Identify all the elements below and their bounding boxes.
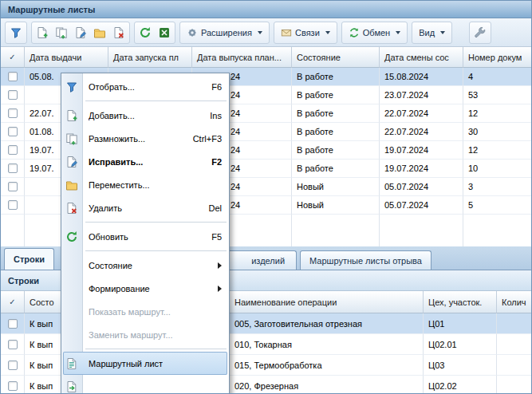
- extensions-menu-label: Расширения: [201, 28, 252, 37]
- delete-document-icon: [112, 26, 125, 39]
- select-all-header[interactable]: ✓: [1, 47, 25, 68]
- excel-export-icon: [158, 26, 171, 39]
- filter-icon: [10, 26, 22, 39]
- menu-item-marshrutnyy-list[interactable]: Маршрутный лист: [63, 352, 227, 375]
- row-checkbox[interactable]: [8, 340, 18, 349]
- menu-item-pokazat-marshrut: Показать маршрут...: [61, 300, 229, 323]
- view-menu-button[interactable]: Вид: [413, 23, 451, 42]
- exchange-group: Обмен: [341, 22, 408, 44]
- row-checkbox[interactable]: [8, 200, 18, 210]
- window-titlebar[interactable]: Маршрутные листы: [1, 1, 531, 18]
- caret-down-icon: [258, 31, 262, 34]
- settings-group: [469, 22, 491, 44]
- col-header-issue-date[interactable]: Дата выдачи: [25, 47, 108, 68]
- caret-down-icon: [325, 31, 330, 34]
- menu-item-ispravit[interactable]: Исправить... F2: [61, 150, 229, 173]
- col-header-doc-number[interactable]: Номер докум: [463, 47, 532, 68]
- document-icon: [65, 380, 79, 394]
- refresh-group: [134, 22, 175, 44]
- main-toolbar: Расширения Связи Обмен Вид: [1, 18, 531, 47]
- col-header-quantity[interactable]: Колич: [497, 291, 532, 313]
- submenu-arrow-icon: [218, 286, 222, 292]
- filter-button[interactable]: [6, 23, 26, 42]
- exchange-menu-label: Обмен: [363, 28, 390, 37]
- row-checkbox[interactable]: [8, 127, 18, 136]
- row-checkbox[interactable]: [8, 90, 18, 100]
- row-checkbox[interactable]: [8, 164, 18, 173]
- move-folder-icon: [65, 178, 79, 192]
- menu-separator: [85, 100, 227, 101]
- tab-stroki[interactable]: Строки: [4, 248, 54, 270]
- view-menu-label: Вид: [419, 28, 435, 37]
- exchange-menu-button[interactable]: Обмен: [343, 23, 406, 42]
- submenu-arrow-icon: [218, 262, 222, 269]
- caret-down-icon: [440, 31, 445, 34]
- col-header-launch-date[interactable]: Дата запуска пл: [108, 47, 192, 68]
- col-header-state-changed[interactable]: Дата смены сос: [380, 47, 463, 68]
- refresh-icon: [65, 230, 79, 244]
- row-checkbox[interactable]: [8, 145, 18, 155]
- edit-document-icon: [65, 155, 79, 169]
- delete-document-icon: [65, 201, 79, 215]
- menu-item-partial[interactable]: [61, 375, 229, 394]
- refresh-icon: [139, 26, 152, 39]
- menu-item-udalit[interactable]: Удалить Del: [61, 196, 229, 219]
- excel-export-button[interactable]: [155, 23, 174, 42]
- menu-item-obnovit[interactable]: Обновить F5: [61, 225, 229, 248]
- col-header-state[interactable]: Состояние: [292, 47, 380, 68]
- copy-document-icon: [55, 26, 68, 39]
- add-button[interactable]: [33, 23, 52, 42]
- select-all-header[interactable]: ✓: [1, 291, 25, 313]
- copy-button[interactable]: [52, 23, 71, 42]
- row-checkbox[interactable]: [8, 319, 18, 329]
- route-sheets-window: Маршрутные листы: [0, 0, 532, 394]
- row-checkbox[interactable]: [8, 361, 18, 370]
- extensions-group: Расширения: [179, 22, 270, 44]
- row-checkbox[interactable]: [8, 108, 18, 118]
- tab-label: изделий: [251, 256, 285, 266]
- tab-marshrutnye-listy-otryva[interactable]: Маршрутные листы отрыва: [300, 250, 432, 270]
- menu-separator: [85, 222, 227, 223]
- row-checkbox[interactable]: [8, 381, 18, 391]
- copy-document-icon: [65, 132, 79, 146]
- gear-icon: [187, 27, 198, 38]
- menu-item-formirovanie[interactable]: Формирование: [61, 277, 229, 300]
- links-menu-button[interactable]: Связи: [275, 23, 336, 42]
- context-menu: Отобрать... F6 Добавить... Ins Размножит…: [61, 73, 230, 394]
- window-title: Маршрутные листы: [8, 5, 95, 14]
- links-icon: [281, 27, 292, 38]
- menu-separator: [85, 250, 227, 251]
- row-checkbox[interactable]: [8, 182, 18, 191]
- section-title: Строки: [8, 276, 39, 286]
- col-header-plan-date[interactable]: Дата выпуска план...: [192, 47, 292, 68]
- edit-button[interactable]: [71, 23, 90, 42]
- col-header-department[interactable]: Цех, участок.: [424, 291, 497, 313]
- row-checkbox[interactable]: [8, 72, 18, 81]
- route-sheet-icon: [65, 357, 79, 371]
- move-button[interactable]: [90, 23, 109, 42]
- menu-item-razmnozhit[interactable]: Размножить... Ctrl+F3: [61, 127, 229, 150]
- menu-item-dobavit[interactable]: Добавить... Ins: [61, 104, 229, 127]
- extensions-menu-button[interactable]: Расширения: [181, 23, 268, 42]
- delete-button[interactable]: [109, 23, 128, 42]
- route-sheets-header-row: ✓ Дата выдачи Дата запуска пл Дата выпус…: [1, 47, 531, 68]
- edit-document-icon: [74, 26, 87, 39]
- tab-label: Строки: [14, 254, 45, 264]
- menu-item-zamenit-marshrut: Заменить маршрут...: [61, 323, 229, 346]
- edit-group: [31, 22, 130, 44]
- settings-wrench-button[interactable]: [471, 23, 490, 42]
- menu-item-sostoyanie[interactable]: Состояние: [61, 254, 229, 277]
- links-menu-label: Связи: [295, 28, 320, 37]
- menu-item-otobrat[interactable]: Отобрать... F6: [61, 75, 229, 98]
- filter-group: [5, 22, 27, 44]
- menu-item-peremestit[interactable]: Переместить...: [61, 173, 229, 196]
- add-document-icon: [36, 26, 49, 39]
- tab-label: Маршрутные листы отрыва: [309, 256, 422, 266]
- exchange-icon: [349, 27, 360, 38]
- caret-down-icon: [396, 31, 400, 34]
- filter-icon: [65, 80, 79, 94]
- wrench-icon: [474, 26, 487, 39]
- col-header-operation-name[interactable]: Наименование операции: [230, 291, 424, 313]
- move-folder-icon: [93, 26, 106, 39]
- refresh-button[interactable]: [136, 23, 155, 42]
